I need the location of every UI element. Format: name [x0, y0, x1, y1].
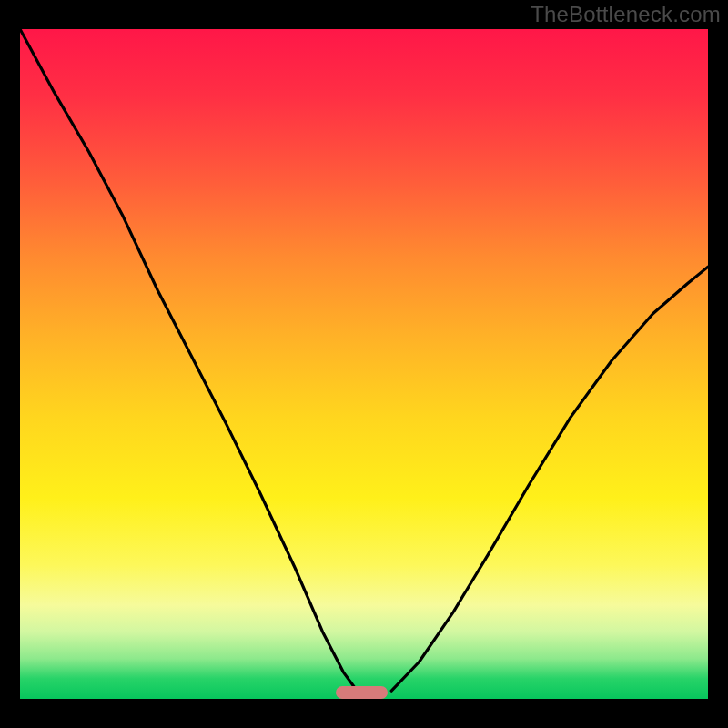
curve-right — [391, 267, 708, 691]
chart-curves — [20, 29, 708, 699]
curve-left — [20, 29, 357, 691]
chart-frame: TheBottleneck.com — [0, 0, 728, 728]
optimal-marker — [336, 686, 388, 699]
watermark-text: TheBottleneck.com — [531, 2, 721, 27]
